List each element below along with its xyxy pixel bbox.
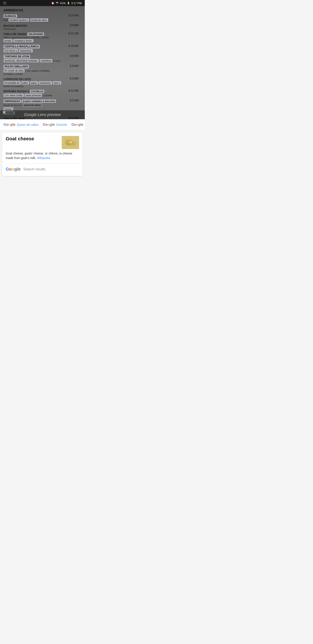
price-centolla: $ 18.900 bbox=[68, 44, 79, 48]
suggestion-ceviche-text: Ceviche bbox=[56, 123, 67, 126]
battery-text: 41% bbox=[60, 2, 66, 5]
item-name-entrana: ENTRAÑA PICADA A CUCHILLO bbox=[3, 90, 44, 93]
desc-pulpo: En aceite de oliva y ajo, papas confitad… bbox=[3, 69, 81, 75]
wifi-icon bbox=[56, 2, 59, 4]
svg-point-3 bbox=[69, 141, 73, 144]
menu-item-machas: MACHAS MESTIZO $ 9.800 Parmesana. bbox=[3, 24, 81, 30]
desc-entrana: Con salsa criolla, salsa pimienta y pica… bbox=[3, 93, 81, 97]
price-carpacho: $ 9.900 bbox=[70, 77, 79, 80]
kp-title: Goat cheese bbox=[6, 136, 34, 142]
desc-carpacho: Ensaladilla de palta, papa, zanahoria, a… bbox=[3, 81, 81, 88]
knowledge-panel: Goat cheese Goat cheese, goats' cheese, … bbox=[2, 132, 83, 176]
menu-item-carpacho: CARPACHO DE LOCO $ 9.900 Ensaladilla de … bbox=[3, 77, 81, 88]
status-bar: ⬛ ⏰ 41% 🔋 3:17 PM bbox=[0, 0, 85, 6]
price-burrata: $ 15.600 bbox=[68, 14, 79, 17]
item-name-burrata: BURRATA bbox=[3, 14, 17, 18]
status-left: ⬛ bbox=[3, 2, 6, 4]
item-name-pulpo: PULPO GRILLADO bbox=[3, 64, 29, 68]
svg-point-4 bbox=[67, 143, 69, 145]
suggestion-ceviche[interactable]: Google Ceviche bbox=[41, 122, 69, 128]
status-right: ⏰ 41% 🔋 3:17 PM bbox=[51, 2, 82, 5]
google-logo-kp: Google bbox=[6, 167, 21, 172]
kp-header: Goat cheese bbox=[6, 136, 79, 149]
price-tabla-crudo: $ 12.200 bbox=[68, 32, 79, 35]
search-suggestions-bar: Google Queso de cabra Google Ceviche Goo… bbox=[0, 119, 85, 130]
menu-item-centolla: CENTOLLA MAGALLÁNICA $ 18.900 Con limón … bbox=[3, 44, 81, 53]
desc-tartaro: Aceitunas, almendras tostadas, cebolline… bbox=[3, 59, 81, 63]
google-logo-queso: Google bbox=[3, 123, 15, 126]
google-logo-salsa: Google bbox=[71, 123, 83, 126]
close-button[interactable]: ✕ bbox=[2, 110, 6, 115]
kp-desc: Goat cheese, goats' cheese, or chèvre, i… bbox=[6, 151, 79, 160]
desc-burrata: Con tomates asados y aceite de oliva. bbox=[3, 18, 81, 22]
kp-search-label: Search results bbox=[23, 167, 45, 171]
restaurant-name-row: ARREBOCAS bbox=[3, 8, 81, 12]
item-name-machas: MACHAS MESTIZO bbox=[3, 24, 27, 28]
suggestion-queso-text: Queso de cabra bbox=[17, 123, 38, 126]
suggestion-salsa[interactable]: Google Salsa verde bbox=[69, 122, 85, 128]
kp-wikipedia-link[interactable]: Wikipedia bbox=[37, 156, 50, 160]
lens-view: ARREBOCAS BURRATA $ 15.600 Con tomates a… bbox=[0, 6, 85, 119]
lens-watermark: Google Lens preview bbox=[24, 112, 61, 117]
item-name-centolla: CENTOLLA MAGALLÁNICA bbox=[3, 44, 40, 48]
menu-item-tabla-crudo: TABLA DE CRUDO VALDIVIANO $ 12.200 Filet… bbox=[3, 32, 81, 43]
item-name-tabla-crudo: TABLA DE CRUDO VALDIVIANO bbox=[3, 33, 44, 36]
price-entrana: $ 12.900 bbox=[68, 89, 79, 92]
price-tartaro: $ 9.600 bbox=[70, 54, 79, 58]
price-machas: $ 9.800 bbox=[70, 24, 79, 27]
item-name-carpacho: CARPACHO DE LOCO bbox=[3, 78, 31, 81]
desc-tabla-crudo: Filete, mayonesa casera, pepinillo, cebo… bbox=[3, 36, 81, 43]
restaurant-name: ARREBOCAS bbox=[3, 8, 23, 12]
kp-image bbox=[62, 136, 79, 149]
suggestion-queso[interactable]: Google Queso de cabra bbox=[1, 122, 41, 128]
menu-item-pulpo: PULPO GRILLADO $ 8.900 En aceite de oliv… bbox=[3, 64, 81, 75]
qr-icon: ⬛ bbox=[3, 2, 6, 4]
lens-preview-overlay: ✕ Google Lens preview bbox=[0, 110, 85, 119]
menu-content: ARREBOCAS BURRATA $ 15.600 Con tomates a… bbox=[0, 6, 85, 119]
price-empanadas: $ 5.900 bbox=[70, 99, 79, 102]
item-name-tartaro: TÁRTARO DE ATÚN bbox=[3, 54, 30, 58]
kp-search-row[interactable]: Google Search results bbox=[6, 166, 79, 172]
alarm-icon: ⏰ bbox=[51, 2, 54, 4]
menu-item-tartaro: TÁRTARO DE ATÚN $ 9.600 Aceitunas, almen… bbox=[3, 54, 81, 63]
price-pulpo: $ 8.900 bbox=[70, 64, 79, 68]
menu-item-burrata: BURRATA $ 15.600 Con tomates asados y ac… bbox=[3, 14, 81, 22]
desc-centolla: Con limón y mayonesa. bbox=[3, 49, 81, 53]
battery-icon: 🔋 bbox=[67, 2, 70, 4]
desc-machas: Parmesana. bbox=[3, 28, 81, 30]
menu-item-entrana: ENTRAÑA PICADA A CUCHILLO $ 12.900 Con s… bbox=[3, 89, 81, 97]
item-name-empanadas: EMPANADAS (cuatro unidades a elección) bbox=[3, 100, 56, 103]
google-logo-ceviche: Google bbox=[43, 123, 55, 126]
time-display: 3:17 PM bbox=[71, 2, 82, 5]
